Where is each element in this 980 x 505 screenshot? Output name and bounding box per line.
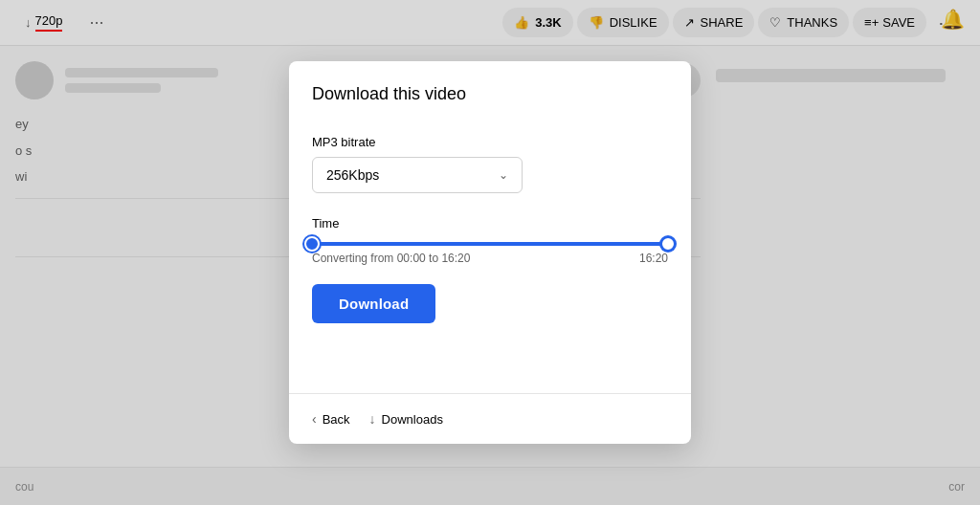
modal-overlay: Download this video MP3 bitrate 256Kbps … — [0, 0, 980, 505]
modal-title: Download this video — [312, 84, 668, 104]
bitrate-label: MP3 bitrate — [312, 135, 668, 149]
bitrate-value: 256Kbps — [326, 167, 379, 183]
download-modal: Download this video MP3 bitrate 256Kbps … — [289, 61, 691, 444]
bitrate-field: MP3 bitrate 256Kbps ⌄ — [312, 135, 668, 193]
back-arrow-icon: ‹ — [312, 411, 317, 427]
downloads-label: Downloads — [382, 412, 443, 427]
modal-body: MP3 bitrate 256Kbps ⌄ Time Converting fr… — [289, 120, 691, 393]
slider-track — [312, 242, 668, 246]
time-display: 16:20 — [639, 252, 668, 265]
time-slider[interactable] — [312, 242, 668, 246]
bitrate-dropdown[interactable]: 256Kbps ⌄ — [312, 157, 523, 193]
modal-footer: ‹ Back ↓ Downloads — [289, 393, 691, 444]
back-button[interactable]: ‹ Back — [312, 407, 350, 430]
modal-header: Download this video — [289, 61, 691, 120]
converting-text: Converting from 00:00 to 16:20 — [312, 252, 470, 265]
time-field: Time Converting from 00:00 to 16:20 16:2… — [312, 216, 668, 265]
chevron-down-icon: ⌄ — [499, 168, 508, 182]
slider-info: Converting from 00:00 to 16:20 16:20 — [312, 252, 668, 265]
downloads-button[interactable]: ↓ Downloads — [369, 407, 443, 430]
time-label: Time — [312, 216, 668, 231]
downloads-icon: ↓ — [369, 411, 376, 427]
slider-handle-right[interactable] — [660, 236, 676, 252]
back-label: Back — [323, 412, 350, 427]
slider-handle-left[interactable] — [304, 236, 320, 252]
download-button[interactable]: Download — [312, 284, 435, 323]
